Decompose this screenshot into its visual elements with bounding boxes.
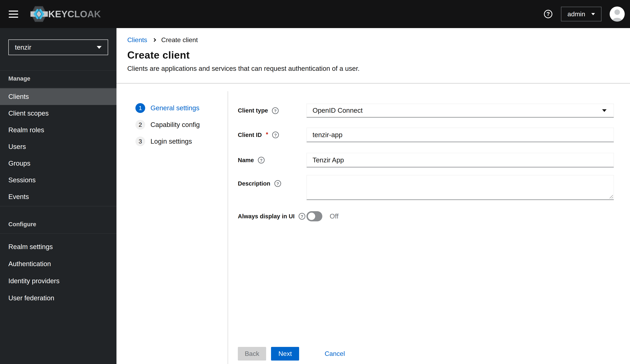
name-input[interactable] xyxy=(306,153,614,167)
help-icon[interactable]: ? xyxy=(272,107,279,114)
back-button[interactable]: Back xyxy=(238,347,266,361)
sidebar-item-sessions[interactable]: Sessions xyxy=(0,172,116,188)
configure-nav: Realm settings Authentication Identity p… xyxy=(0,238,116,307)
brand-wordmark: KEYCLOAK xyxy=(48,8,101,19)
toggle-state-label: Off xyxy=(330,212,338,220)
required-asterisk: * xyxy=(266,131,268,138)
step-number: 1 xyxy=(136,103,145,113)
current-realm: tenzir xyxy=(15,43,31,51)
breadcrumb: Clients Create client xyxy=(127,36,198,44)
sidebar: tenzir Manage Clients Client scopes Real… xyxy=(0,28,116,364)
sidebar-item-identity-providers[interactable]: Identity providers xyxy=(0,273,116,290)
sidebar-item-events[interactable]: Events xyxy=(0,188,116,205)
name-label: Name xyxy=(238,157,254,164)
client-id-label-group: Client ID * ? xyxy=(238,131,306,139)
sidebar-item-realm-roles[interactable]: Realm roles xyxy=(0,122,116,138)
masthead-right: ? admin xyxy=(544,6,625,21)
help-icon[interactable]: ? xyxy=(272,131,279,139)
always-display-label-group: Always display in UI ? xyxy=(238,213,306,220)
chevron-down-icon xyxy=(591,13,595,15)
username: admin xyxy=(568,10,585,18)
svg-text:?: ? xyxy=(274,133,277,137)
sidebar-item-clients[interactable]: Clients xyxy=(0,88,116,105)
name-row: Name ? xyxy=(238,153,614,167)
help-icon[interactable]: ? xyxy=(298,213,306,220)
hamburger-bar xyxy=(9,17,18,18)
client-type-value: OpenID Connect xyxy=(312,107,363,114)
svg-text:?: ? xyxy=(300,214,303,219)
sidebar-divider xyxy=(0,70,116,71)
avatar[interactable] xyxy=(610,6,625,21)
description-label-group: Description ? xyxy=(238,180,306,187)
keycloak-hexagon-icon xyxy=(30,4,48,24)
breadcrumb-clients-link[interactable]: Clients xyxy=(127,36,147,44)
wizard-step-login-settings[interactable]: 3 Login settings xyxy=(136,136,200,146)
svg-text:?: ? xyxy=(276,181,279,186)
sidebar-item-authentication[interactable]: Authentication xyxy=(0,255,116,273)
step-label: Capability config xyxy=(150,121,200,129)
cancel-button[interactable]: Cancel xyxy=(324,350,345,358)
sidebar-item-realm-settings[interactable]: Realm settings xyxy=(0,238,116,255)
manage-nav: Clients Client scopes Realm roles Users … xyxy=(0,88,116,205)
step-number: 3 xyxy=(136,136,145,146)
toggle-knob xyxy=(308,213,315,220)
svg-text:?: ? xyxy=(274,108,277,113)
client-id-label: Client ID xyxy=(238,132,262,138)
wizard-step-general-settings[interactable]: 1 General settings xyxy=(136,103,200,113)
always-display-label: Always display in UI xyxy=(238,213,295,220)
sidebar-divider xyxy=(0,88,116,88)
sidebar-item-client-scopes[interactable]: Client scopes xyxy=(0,105,116,122)
sidebar-item-groups[interactable]: Groups xyxy=(0,155,116,172)
description-row: Description ? xyxy=(238,175,614,200)
description-label: Description xyxy=(238,180,270,187)
create-client-form: Client type ? OpenID Connect Client ID * xyxy=(238,84,614,364)
help-icon[interactable]: ? xyxy=(544,9,553,19)
chevron-down-icon xyxy=(97,46,102,49)
sidebar-divider xyxy=(0,206,116,206)
sidebar-item-user-federation[interactable]: User federation xyxy=(0,290,116,307)
step-label: General settings xyxy=(150,104,199,112)
sidebar-section-configure: Configure xyxy=(8,221,36,228)
page-title: Create client xyxy=(127,49,190,61)
next-button[interactable]: Next xyxy=(271,347,299,361)
main-content: Clients Create client Create client Clie… xyxy=(116,28,630,364)
hamburger-bar xyxy=(9,10,18,11)
always-display-toggle[interactable] xyxy=(306,211,322,221)
step-label: Login settings xyxy=(150,138,192,145)
step-number: 2 xyxy=(136,120,145,130)
chevron-right-icon xyxy=(152,38,156,42)
client-id-input[interactable] xyxy=(306,128,614,142)
description-textarea[interactable] xyxy=(306,175,614,200)
svg-text:?: ? xyxy=(260,158,263,163)
wizard-footer: Back Next Cancel xyxy=(238,347,345,361)
sidebar-section-manage: Manage xyxy=(8,75,30,82)
sidebar-divider xyxy=(0,233,116,234)
help-icon[interactable]: ? xyxy=(258,156,265,164)
client-type-select[interactable]: OpenID Connect xyxy=(306,104,614,118)
hamburger-bar xyxy=(9,14,18,15)
svg-text:?: ? xyxy=(546,11,550,17)
caret-down-icon xyxy=(602,109,606,112)
wizard-step-capability-config[interactable]: 2 Capability config xyxy=(136,120,200,130)
help-icon[interactable]: ? xyxy=(274,180,282,187)
user-menu-dropdown[interactable]: admin xyxy=(561,7,602,21)
wizard-steps: 1 General settings 2 Capability config 3… xyxy=(136,103,200,153)
masthead: KEYCLOAK ? admin xyxy=(0,0,630,28)
client-type-row: Client type ? OpenID Connect xyxy=(238,104,614,118)
client-type-label-group: Client type ? xyxy=(238,107,306,114)
name-label-group: Name ? xyxy=(238,156,306,164)
wizard-divider xyxy=(228,91,228,364)
always-display-row: Always display in UI ? Off xyxy=(238,211,614,221)
page-subtitle: Clients are applications and services th… xyxy=(127,65,360,72)
keycloak-logo: KEYCLOAK xyxy=(30,4,101,24)
breadcrumb-current: Create client xyxy=(161,36,198,44)
client-type-label: Client type xyxy=(238,107,268,114)
realm-selector-dropdown[interactable]: tenzir xyxy=(8,39,108,55)
nav-toggle-hamburger-icon[interactable] xyxy=(9,10,18,18)
client-id-row: Client ID * ? xyxy=(238,128,614,142)
sidebar-item-users[interactable]: Users xyxy=(0,138,116,155)
